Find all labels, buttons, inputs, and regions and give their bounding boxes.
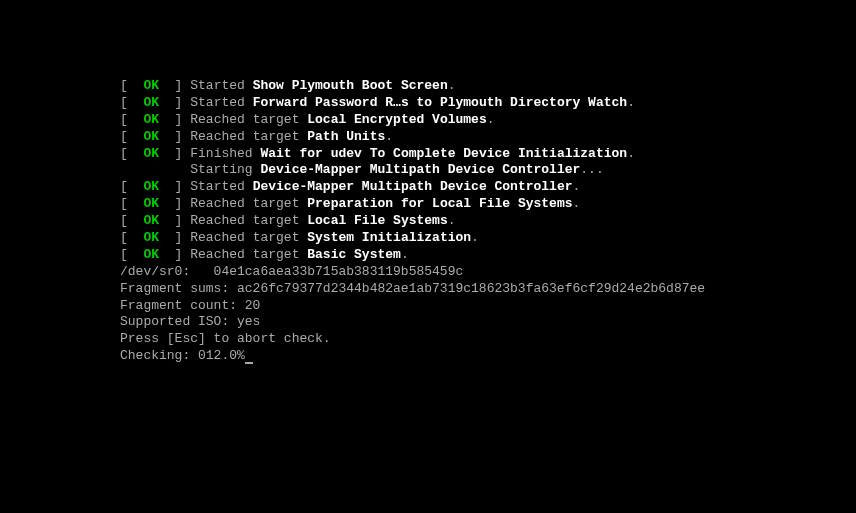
- boot-action: Starting: [190, 162, 260, 177]
- boot-suffix: .: [385, 129, 393, 144]
- info-line: Fragment count: 20: [120, 298, 856, 315]
- checking-prefix: Checking:: [120, 348, 198, 363]
- boot-line: Starting Device-Mapper Multipath Device …: [120, 162, 856, 179]
- boot-desc: Device-Mapper Multipath Device Controlle…: [260, 162, 580, 177]
- info-line: Press [Esc] to abort check.: [120, 331, 856, 348]
- boot-desc: Preparation for Local File Systems: [307, 196, 572, 211]
- status-pad: [120, 162, 190, 177]
- bracket-close: ]: [159, 230, 190, 245]
- boot-suffix: .: [471, 230, 479, 245]
- boot-suffix: .: [401, 247, 409, 262]
- bracket-open: [: [120, 129, 143, 144]
- boot-line: [ OK ] Reached target Local Encrypted Vo…: [120, 112, 856, 129]
- boot-suffix: .: [573, 179, 581, 194]
- status-ok: OK: [143, 179, 159, 194]
- bracket-close: ]: [159, 129, 190, 144]
- bracket-close: ]: [159, 112, 190, 127]
- bracket-close: ]: [159, 179, 190, 194]
- boot-line: [ OK ] Reached target Basic System.: [120, 247, 856, 264]
- info-line: /dev/sr0: 04e1ca6aea33b715ab383119b58545…: [120, 264, 856, 281]
- boot-line: [ OK ] Reached target System Initializat…: [120, 230, 856, 247]
- boot-action: Reached target: [190, 230, 307, 245]
- bracket-open: [: [120, 146, 143, 161]
- boot-action: Reached target: [190, 129, 307, 144]
- boot-suffix: .: [487, 112, 495, 127]
- boot-desc: Forward Password R…s to Plymouth Directo…: [253, 95, 627, 110]
- boot-suffix: ...: [580, 162, 603, 177]
- boot-line: [ OK ] Reached target Local File Systems…: [120, 213, 856, 230]
- boot-line: [ OK ] Started Show Plymouth Boot Screen…: [120, 78, 856, 95]
- info-line: Fragment sums: ac26fc79377d2344b482ae1ab…: [120, 281, 856, 298]
- checking-value: 012.0%: [198, 348, 245, 363]
- bracket-close: ]: [159, 78, 190, 93]
- status-ok: OK: [143, 146, 159, 161]
- bracket-open: [: [120, 196, 143, 211]
- boot-suffix: .: [573, 196, 581, 211]
- status-ok: OK: [143, 230, 159, 245]
- boot-suffix: .: [627, 146, 635, 161]
- bracket-close: ]: [159, 95, 190, 110]
- boot-suffix: .: [627, 95, 635, 110]
- status-ok: OK: [143, 95, 159, 110]
- boot-desc: Local Encrypted Volumes: [307, 112, 486, 127]
- boot-suffix: .: [448, 78, 456, 93]
- boot-line: [ OK ] Started Forward Password R…s to P…: [120, 95, 856, 112]
- boot-action: Reached target: [190, 112, 307, 127]
- boot-desc: Basic System: [307, 247, 401, 262]
- boot-line: [ OK ] Reached target Path Units.: [120, 129, 856, 146]
- bracket-open: [: [120, 179, 143, 194]
- bracket-close: ]: [159, 247, 190, 262]
- checking-line: Checking: 012.0%: [120, 348, 856, 365]
- boot-action: Reached target: [190, 196, 307, 211]
- status-ok: OK: [143, 78, 159, 93]
- boot-action: Started: [190, 78, 252, 93]
- bracket-close: ]: [159, 213, 190, 228]
- boot-suffix: .: [448, 213, 456, 228]
- bracket-open: [: [120, 112, 143, 127]
- bracket-close: ]: [159, 146, 190, 161]
- boot-action: Reached target: [190, 247, 307, 262]
- boot-action: Started: [190, 179, 252, 194]
- info-line: Supported ISO: yes: [120, 314, 856, 331]
- boot-desc: Path Units: [307, 129, 385, 144]
- boot-line: [ OK ] Reached target Preparation for Lo…: [120, 196, 856, 213]
- status-ok: OK: [143, 112, 159, 127]
- boot-desc: Local File Systems: [307, 213, 447, 228]
- status-ok: OK: [143, 196, 159, 211]
- boot-line: [ OK ] Started Device-Mapper Multipath D…: [120, 179, 856, 196]
- status-ok: OK: [143, 247, 159, 262]
- boot-line: [ OK ] Finished Wait for udev To Complet…: [120, 146, 856, 163]
- bracket-open: [: [120, 230, 143, 245]
- bracket-open: [: [120, 95, 143, 110]
- status-ok: OK: [143, 213, 159, 228]
- boot-desc: Wait for udev To Complete Device Initial…: [260, 146, 627, 161]
- bracket-open: [: [120, 213, 143, 228]
- bracket-open: [: [120, 78, 143, 93]
- bracket-open: [: [120, 247, 143, 262]
- boot-desc: System Initialization: [307, 230, 471, 245]
- bracket-close: ]: [159, 196, 190, 211]
- boot-action: Reached target: [190, 213, 307, 228]
- boot-action: Started: [190, 95, 252, 110]
- boot-action: Finished: [190, 146, 260, 161]
- status-ok: OK: [143, 129, 159, 144]
- boot-desc: Show Plymouth Boot Screen: [253, 78, 448, 93]
- cursor: [245, 362, 253, 364]
- boot-desc: Device-Mapper Multipath Device Controlle…: [253, 179, 573, 194]
